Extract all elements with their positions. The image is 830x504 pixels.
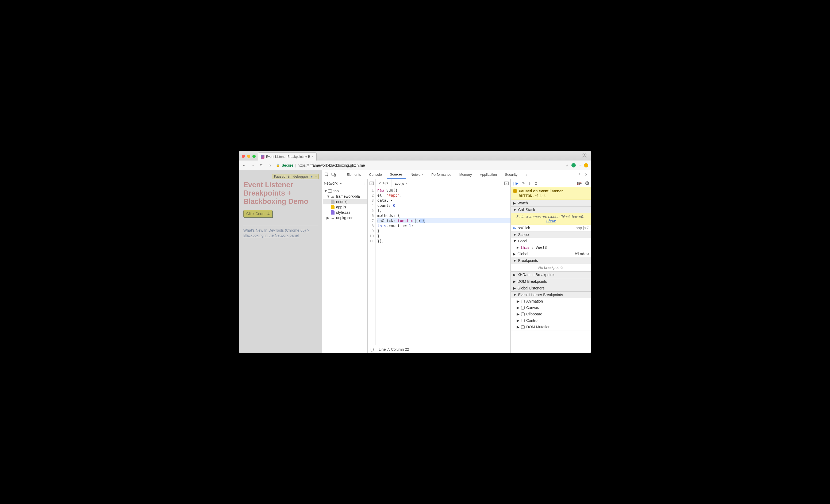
- scope-local[interactable]: ▼Local: [511, 238, 591, 244]
- editor: vue.js app.js× 1234567891011 new Vue({ e…: [368, 179, 511, 353]
- section-global-listeners[interactable]: ▶Global Listeners: [511, 285, 591, 291]
- tree-file-stylecss[interactable]: style.css: [323, 210, 367, 215]
- extension-dots-icon[interactable]: •••: [578, 163, 581, 167]
- elb-cat-animation[interactable]: ▶Animation: [511, 298, 591, 305]
- svg-point-0: [584, 154, 585, 156]
- paused-message: iPaused on event listener BUTTON.click: [511, 187, 591, 200]
- tab-performance[interactable]: Performance: [428, 170, 454, 179]
- elb-checkbox[interactable]: [521, 300, 524, 303]
- forward-button[interactable]: →: [250, 163, 255, 167]
- rendered-page: Paused in debugger ▶ ↷ Event Listener Br…: [239, 170, 322, 353]
- tabs-overflow[interactable]: »: [522, 170, 531, 179]
- code-body: new Vue({ el: '#app', data: { count: 0 }…: [376, 187, 510, 345]
- section-watch[interactable]: ▶Watch: [511, 200, 591, 206]
- pretty-print-icon[interactable]: { }: [370, 347, 374, 351]
- navigator-menu-icon[interactable]: ⋮: [362, 181, 366, 185]
- browser-window: Event Listener Breakpoints + B × ← → ⟳ ⌂…: [239, 151, 591, 353]
- device-toolbar-icon[interactable]: [331, 172, 337, 177]
- section-xhr-breakpoints[interactable]: ▶XHR/fetch Breakpoints: [511, 272, 591, 278]
- extension-yellow-icon[interactable]: [584, 163, 588, 167]
- svg-rect-10: [587, 183, 588, 184]
- tab-security[interactable]: Security: [502, 170, 521, 179]
- toggle-navigator-icon[interactable]: [368, 179, 376, 187]
- browser-tab[interactable]: Event Listener Breakpoints + B ×: [258, 153, 317, 160]
- elb-checkbox[interactable]: [521, 306, 524, 310]
- zoom-window-icon[interactable]: [252, 155, 256, 158]
- elb-cat-clipboard[interactable]: ▶Clipboard: [511, 311, 591, 317]
- secure-label: Secure: [282, 163, 293, 167]
- step-out-button[interactable]: ↥: [535, 181, 538, 185]
- debugger-overlay: [239, 170, 322, 353]
- elb-checkbox[interactable]: [521, 312, 524, 316]
- tree-origin-unpkg[interactable]: ▶☁unpkg.com: [323, 215, 367, 220]
- section-callstack[interactable]: ▼Call Stack: [511, 207, 591, 213]
- section-scope[interactable]: ▼Scope: [511, 231, 591, 238]
- elb-checkbox[interactable]: [521, 319, 524, 322]
- editor-tabbar: vue.js app.js×: [368, 179, 510, 187]
- elb-cat-dom-mutation[interactable]: ▶DOM Mutation: [511, 324, 591, 330]
- step-into-button[interactable]: ↧: [528, 181, 531, 185]
- back-button[interactable]: ←: [242, 163, 247, 167]
- tab-console[interactable]: Console: [366, 170, 385, 179]
- cursor-position: Line 7, Column 22: [379, 347, 409, 351]
- resume-button[interactable]: ❙▶: [512, 181, 518, 185]
- close-tab-icon[interactable]: ×: [312, 155, 314, 159]
- bookmark-icon[interactable]: ☆: [566, 163, 569, 167]
- scope-global[interactable]: ▶GlobalWindow: [511, 251, 591, 257]
- elb-cat-canvas[interactable]: ▶Canvas: [511, 305, 591, 311]
- extension-green-icon[interactable]: [571, 163, 576, 167]
- tab-network[interactable]: Network: [408, 170, 427, 179]
- navigator-header: Network » ⋮: [322, 179, 368, 187]
- deactivate-breakpoints-icon[interactable]: ▮▶: [577, 181, 582, 185]
- callframe-onclick[interactable]: ➭onClickapp.js:7: [511, 225, 591, 231]
- editor-tab-appjs[interactable]: app.js×: [391, 179, 411, 187]
- blackbox-show-link[interactable]: Show: [546, 219, 555, 223]
- navigator-tab[interactable]: Network: [324, 181, 338, 185]
- blackbox-message: 3 stack frames are hidden (black-boxed).…: [511, 213, 591, 225]
- tab-elements[interactable]: Elements: [343, 170, 364, 179]
- close-window-icon[interactable]: [242, 155, 245, 158]
- tree-origin-glitch[interactable]: ▼☁framework-bla: [323, 194, 367, 199]
- tree-top[interactable]: ▼top: [323, 188, 367, 194]
- section-event-listener-breakpoints[interactable]: ▼Event Listener Breakpoints: [511, 292, 591, 298]
- editor-status-bar: { } Line 7, Column 22: [368, 345, 510, 353]
- elb-cat-control[interactable]: ▶Control: [511, 317, 591, 324]
- code-editor[interactable]: 1234567891011 new Vue({ el: '#app', data…: [368, 187, 510, 345]
- tree-file-appjs[interactable]: app.js: [323, 204, 367, 210]
- tree-file-index[interactable]: (index): [323, 199, 367, 204]
- section-breakpoints[interactable]: ▼Breakpoints: [511, 257, 591, 264]
- no-breakpoints-label: No breakpoints: [511, 264, 591, 271]
- tab-strip: Event Listener Breakpoints + B ×: [239, 151, 591, 160]
- info-icon: i: [513, 189, 517, 193]
- toggle-debugger-icon[interactable]: [503, 179, 510, 187]
- gutter: 1234567891011: [368, 187, 376, 345]
- devtools-close-icon[interactable]: ✕: [583, 172, 589, 177]
- toolbar-right: ☆ •••: [566, 163, 588, 167]
- devtools-menu-icon[interactable]: ⋮: [576, 172, 582, 177]
- tab-memory[interactable]: Memory: [456, 170, 475, 179]
- address-bar: ← → ⟳ ⌂ 🔒 Secure | https://framework-bla…: [239, 160, 591, 170]
- navigator-overflow-icon[interactable]: »: [340, 181, 342, 185]
- tab-application[interactable]: Application: [477, 170, 500, 179]
- pause-on-exceptions-icon[interactable]: [585, 181, 589, 185]
- home-button[interactable]: ⌂: [267, 163, 272, 167]
- section-dom-breakpoints[interactable]: ▶DOM Breakpoints: [511, 278, 591, 285]
- step-over-button[interactable]: ↷: [522, 181, 525, 185]
- inspect-icon[interactable]: [324, 172, 330, 177]
- scope-this[interactable]: ▶this: Vue$3: [511, 244, 591, 251]
- minimize-window-icon[interactable]: [247, 155, 250, 158]
- url-scheme: https://: [298, 163, 309, 167]
- editor-tab-vuejs[interactable]: vue.js: [376, 179, 391, 187]
- file-tree: ▼top ▼☁framework-bla (index) app.js styl…: [322, 187, 368, 221]
- sources-navigator: Network » ⋮ ▼top ▼☁framework-bla (index)…: [322, 179, 368, 353]
- reload-button[interactable]: ⟳: [259, 163, 264, 167]
- tab-sources[interactable]: Sources: [387, 170, 406, 179]
- paused-detail: BUTTON.click: [513, 194, 589, 198]
- close-tab-icon[interactable]: ×: [406, 181, 408, 185]
- omnibox[interactable]: 🔒 Secure | https://framework-blackboxing…: [276, 163, 562, 167]
- svg-rect-9: [586, 183, 587, 184]
- elb-checkbox[interactable]: [521, 325, 524, 329]
- profile-avatar-icon[interactable]: [582, 153, 587, 158]
- debugger-toolbar: ❙▶ ↷ ↧ ↥ ▮▶: [511, 179, 591, 187]
- devtools: Elements Console Sources Network Perform…: [322, 170, 591, 353]
